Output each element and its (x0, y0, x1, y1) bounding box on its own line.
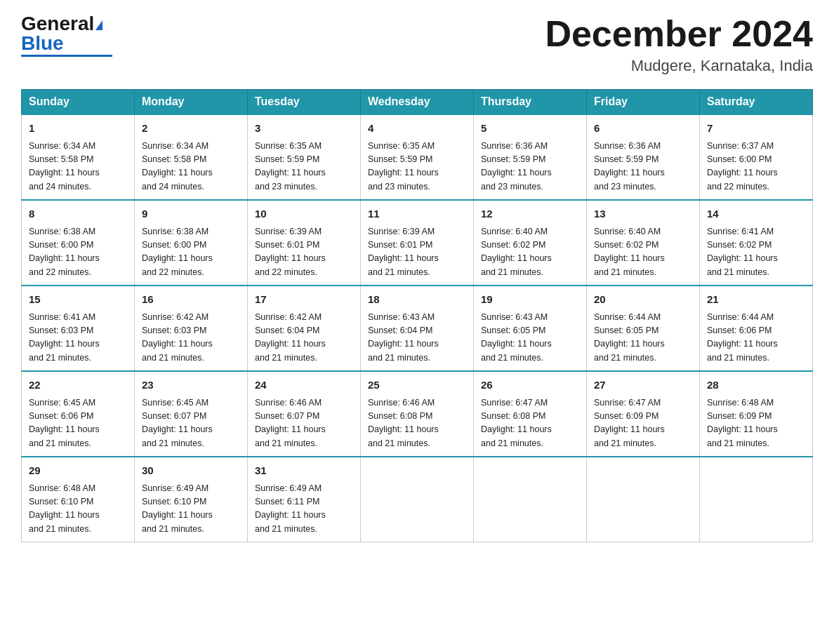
day-number: 14 (707, 206, 805, 222)
calendar-cell: 20Sunrise: 6:44 AMSunset: 6:05 PMDayligh… (587, 286, 700, 371)
day-info: Sunrise: 6:49 AMSunset: 6:10 PMDaylight:… (142, 482, 240, 537)
day-number: 23 (142, 377, 240, 394)
header-thursday: Thursday (474, 90, 587, 115)
day-number: 17 (255, 292, 353, 308)
calendar-cell: 18Sunrise: 6:43 AMSunset: 6:04 PMDayligh… (361, 286, 474, 371)
calendar-cell (361, 457, 474, 542)
day-info: Sunrise: 6:40 AMSunset: 6:02 PMDaylight:… (481, 225, 579, 280)
day-info: Sunrise: 6:40 AMSunset: 6:02 PMDaylight:… (594, 225, 692, 280)
day-info: Sunrise: 6:45 AMSunset: 6:07 PMDaylight:… (142, 396, 240, 451)
calendar-cell: 5Sunrise: 6:36 AMSunset: 5:59 PMDaylight… (474, 114, 587, 200)
calendar-cell: 31Sunrise: 6:49 AMSunset: 6:11 PMDayligh… (248, 457, 361, 542)
day-info: Sunrise: 6:43 AMSunset: 6:04 PMDaylight:… (368, 311, 466, 365)
day-number: 4 (368, 121, 466, 137)
calendar-cell: 1Sunrise: 6:34 AMSunset: 5:58 PMDaylight… (22, 114, 135, 200)
calendar-cell: 9Sunrise: 6:38 AMSunset: 6:00 PMDaylight… (135, 200, 248, 286)
day-number: 19 (481, 292, 579, 308)
day-info: Sunrise: 6:47 AMSunset: 6:08 PMDaylight:… (481, 396, 579, 451)
day-number: 10 (255, 206, 353, 222)
calendar-cell: 22Sunrise: 6:45 AMSunset: 6:06 PMDayligh… (22, 371, 135, 457)
calendar-cell: 3Sunrise: 6:35 AMSunset: 5:59 PMDaylight… (248, 114, 361, 200)
header-saturday: Saturday (700, 90, 813, 115)
day-info: Sunrise: 6:43 AMSunset: 6:05 PMDaylight:… (481, 311, 579, 365)
title-section: December 2024 Mudgere, Karnataka, India (545, 14, 813, 75)
day-number: 30 (142, 463, 240, 479)
day-number: 1 (29, 121, 127, 137)
calendar-cell: 8Sunrise: 6:38 AMSunset: 6:00 PMDaylight… (22, 200, 135, 286)
day-info: Sunrise: 6:46 AMSunset: 6:07 PMDaylight:… (255, 396, 353, 451)
day-info: Sunrise: 6:44 AMSunset: 6:05 PMDaylight:… (594, 311, 692, 365)
calendar-cell: 2Sunrise: 6:34 AMSunset: 5:58 PMDaylight… (135, 114, 248, 200)
day-number: 18 (368, 292, 466, 308)
day-number: 11 (368, 206, 466, 222)
calendar-cell: 16Sunrise: 6:42 AMSunset: 6:03 PMDayligh… (135, 286, 248, 371)
calendar-cell: 23Sunrise: 6:45 AMSunset: 6:07 PMDayligh… (135, 371, 248, 457)
calendar-cell: 7Sunrise: 6:37 AMSunset: 6:00 PMDaylight… (700, 114, 813, 200)
day-number: 22 (29, 377, 127, 394)
day-info: Sunrise: 6:37 AMSunset: 6:00 PMDaylight:… (707, 140, 805, 194)
day-info: Sunrise: 6:46 AMSunset: 6:08 PMDaylight:… (368, 396, 466, 451)
calendar-cell: 29Sunrise: 6:48 AMSunset: 6:10 PMDayligh… (22, 457, 135, 542)
day-number: 7 (707, 121, 805, 137)
calendar-week-4: 22Sunrise: 6:45 AMSunset: 6:06 PMDayligh… (22, 371, 813, 457)
day-info: Sunrise: 6:38 AMSunset: 6:00 PMDaylight:… (29, 225, 127, 280)
day-number: 6 (594, 121, 692, 137)
day-info: Sunrise: 6:49 AMSunset: 6:11 PMDaylight:… (255, 482, 353, 537)
calendar-cell: 19Sunrise: 6:43 AMSunset: 6:05 PMDayligh… (474, 286, 587, 371)
logo-line (21, 55, 112, 57)
calendar-cell: 25Sunrise: 6:46 AMSunset: 6:08 PMDayligh… (361, 371, 474, 457)
calendar-week-3: 15Sunrise: 6:41 AMSunset: 6:03 PMDayligh… (22, 286, 813, 371)
day-info: Sunrise: 6:42 AMSunset: 6:04 PMDaylight:… (255, 311, 353, 365)
calendar-cell: 13Sunrise: 6:40 AMSunset: 6:02 PMDayligh… (587, 200, 700, 286)
calendar-cell: 6Sunrise: 6:36 AMSunset: 5:59 PMDaylight… (587, 114, 700, 200)
day-number: 28 (707, 377, 805, 394)
calendar-cell: 14Sunrise: 6:41 AMSunset: 6:02 PMDayligh… (700, 200, 813, 286)
day-info: Sunrise: 6:45 AMSunset: 6:06 PMDaylight:… (29, 396, 127, 451)
calendar-cell: 24Sunrise: 6:46 AMSunset: 6:07 PMDayligh… (248, 371, 361, 457)
day-number: 26 (481, 377, 579, 394)
day-number: 29 (29, 463, 127, 479)
day-info: Sunrise: 6:35 AMSunset: 5:59 PMDaylight:… (255, 140, 353, 194)
calendar-cell (587, 457, 700, 542)
day-info: Sunrise: 6:36 AMSunset: 5:59 PMDaylight:… (481, 140, 579, 194)
header-sunday: Sunday (22, 90, 135, 115)
day-info: Sunrise: 6:42 AMSunset: 6:03 PMDaylight:… (142, 311, 240, 365)
calendar-cell: 10Sunrise: 6:39 AMSunset: 6:01 PMDayligh… (248, 200, 361, 286)
calendar-cell: 4Sunrise: 6:35 AMSunset: 5:59 PMDaylight… (361, 114, 474, 200)
logo: General Blue (21, 14, 112, 57)
page-header: General Blue December 2024 Mudgere, Karn… (21, 14, 813, 75)
calendar-cell: 11Sunrise: 6:39 AMSunset: 6:01 PMDayligh… (361, 200, 474, 286)
header-tuesday: Tuesday (248, 90, 361, 115)
calendar-cell (474, 457, 587, 542)
logo-triangle-icon (95, 20, 102, 30)
day-info: Sunrise: 6:34 AMSunset: 5:58 PMDaylight:… (142, 140, 240, 194)
calendar-cell: 15Sunrise: 6:41 AMSunset: 6:03 PMDayligh… (22, 286, 135, 371)
day-info: Sunrise: 6:39 AMSunset: 6:01 PMDaylight:… (255, 225, 353, 280)
day-number: 27 (594, 377, 692, 394)
day-number: 12 (481, 206, 579, 222)
day-info: Sunrise: 6:48 AMSunset: 6:10 PMDaylight:… (29, 482, 127, 537)
day-info: Sunrise: 6:39 AMSunset: 6:01 PMDaylight:… (368, 225, 466, 280)
day-info: Sunrise: 6:38 AMSunset: 6:00 PMDaylight:… (142, 225, 240, 280)
day-info: Sunrise: 6:36 AMSunset: 5:59 PMDaylight:… (594, 140, 692, 194)
day-number: 20 (594, 292, 692, 308)
location: Mudgere, Karnataka, India (545, 57, 813, 75)
day-info: Sunrise: 6:35 AMSunset: 5:59 PMDaylight:… (368, 140, 466, 194)
day-number: 31 (255, 463, 353, 479)
calendar-cell: 28Sunrise: 6:48 AMSunset: 6:09 PMDayligh… (700, 371, 813, 457)
calendar-cell (700, 457, 813, 542)
day-number: 3 (255, 121, 353, 137)
calendar-cell: 27Sunrise: 6:47 AMSunset: 6:09 PMDayligh… (587, 371, 700, 457)
calendar-table: SundayMondayTuesdayWednesdayThursdayFrid… (21, 89, 813, 542)
day-number: 8 (29, 206, 127, 222)
day-number: 16 (142, 292, 240, 308)
logo-text: General Blue (21, 14, 102, 53)
calendar-week-5: 29Sunrise: 6:48 AMSunset: 6:10 PMDayligh… (22, 457, 813, 542)
calendar-cell: 12Sunrise: 6:40 AMSunset: 6:02 PMDayligh… (474, 200, 587, 286)
day-info: Sunrise: 6:41 AMSunset: 6:02 PMDaylight:… (707, 225, 805, 280)
logo-general: General (21, 13, 94, 34)
day-number: 13 (594, 206, 692, 222)
day-info: Sunrise: 6:47 AMSunset: 6:09 PMDaylight:… (594, 396, 692, 451)
header-friday: Friday (587, 90, 700, 115)
calendar-week-2: 8Sunrise: 6:38 AMSunset: 6:00 PMDaylight… (22, 200, 813, 286)
